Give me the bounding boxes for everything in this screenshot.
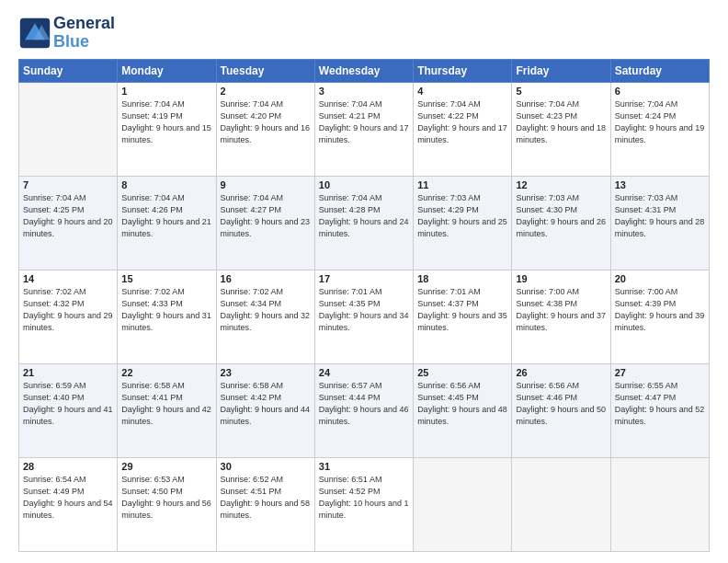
day-info: Sunrise: 7:03 AMSunset: 4:31 PMDaylight:…: [615, 192, 705, 240]
day-info: Sunrise: 6:53 AMSunset: 4:50 PMDaylight:…: [121, 474, 211, 522]
day-header-monday: Monday: [118, 59, 216, 82]
day-number: 8: [121, 179, 211, 190]
day-number: 24: [319, 367, 409, 378]
day-header-thursday: Thursday: [414, 59, 512, 82]
calendar-week-row: 28Sunrise: 6:54 AMSunset: 4:49 PMDayligh…: [19, 457, 710, 551]
day-header-saturday: Saturday: [610, 59, 709, 82]
calendar-cell: 13Sunrise: 7:03 AMSunset: 4:31 PMDayligh…: [610, 176, 709, 270]
day-number: 17: [319, 273, 409, 284]
calendar-cell: 25Sunrise: 6:56 AMSunset: 4:45 PMDayligh…: [414, 363, 512, 457]
calendar-cell: 30Sunrise: 6:52 AMSunset: 4:51 PMDayligh…: [216, 457, 314, 551]
calendar-cell: 19Sunrise: 7:00 AMSunset: 4:38 PMDayligh…: [512, 270, 610, 363]
day-info: Sunrise: 7:03 AMSunset: 4:29 PMDaylight:…: [417, 192, 507, 240]
logo-text: General Blue: [53, 15, 115, 52]
day-info: Sunrise: 7:04 AMSunset: 4:23 PMDaylight:…: [516, 98, 606, 146]
calendar-week-row: 7Sunrise: 7:04 AMSunset: 4:25 PMDaylight…: [19, 176, 710, 270]
day-number: 22: [121, 367, 211, 378]
calendar-cell: 22Sunrise: 6:58 AMSunset: 4:41 PMDayligh…: [118, 363, 216, 457]
calendar-cell: 18Sunrise: 7:01 AMSunset: 4:37 PMDayligh…: [414, 270, 512, 363]
day-info: Sunrise: 7:01 AMSunset: 4:37 PMDaylight:…: [417, 286, 507, 334]
day-header-sunday: Sunday: [19, 59, 118, 82]
day-number: 25: [417, 367, 507, 378]
day-info: Sunrise: 7:02 AMSunset: 4:33 PMDaylight:…: [121, 286, 211, 334]
day-number: 11: [417, 179, 507, 190]
calendar-cell: 3Sunrise: 7:04 AMSunset: 4:21 PMDaylight…: [314, 82, 413, 176]
day-number: 16: [221, 273, 311, 284]
calendar-cell: 14Sunrise: 7:02 AMSunset: 4:32 PMDayligh…: [19, 270, 118, 363]
day-number: 13: [615, 179, 705, 190]
calendar-cell: 24Sunrise: 6:57 AMSunset: 4:44 PMDayligh…: [314, 363, 413, 457]
calendar-cell: 23Sunrise: 6:58 AMSunset: 4:42 PMDayligh…: [216, 363, 314, 457]
calendar-body: 1Sunrise: 7:04 AMSunset: 4:19 PMDaylight…: [19, 82, 710, 551]
calendar-cell: 15Sunrise: 7:02 AMSunset: 4:33 PMDayligh…: [118, 270, 216, 363]
calendar-week-row: 1Sunrise: 7:04 AMSunset: 4:19 PMDaylight…: [19, 82, 710, 176]
day-info: Sunrise: 7:04 AMSunset: 4:24 PMDaylight:…: [615, 98, 705, 146]
logo: General Blue: [18, 15, 115, 52]
calendar-cell: 26Sunrise: 6:56 AMSunset: 4:46 PMDayligh…: [512, 363, 610, 457]
calendar-cell: 11Sunrise: 7:03 AMSunset: 4:29 PMDayligh…: [414, 176, 512, 270]
day-number: 28: [23, 461, 113, 472]
calendar-week-row: 14Sunrise: 7:02 AMSunset: 4:32 PMDayligh…: [19, 270, 710, 363]
day-number: 10: [319, 179, 409, 190]
day-info: Sunrise: 7:02 AMSunset: 4:34 PMDaylight:…: [221, 286, 311, 334]
day-header-tuesday: Tuesday: [216, 59, 314, 82]
calendar-cell: 8Sunrise: 7:04 AMSunset: 4:26 PMDaylight…: [118, 176, 216, 270]
day-info: Sunrise: 6:55 AMSunset: 4:47 PMDaylight:…: [615, 380, 705, 428]
day-info: Sunrise: 6:56 AMSunset: 4:45 PMDaylight:…: [417, 380, 507, 428]
day-number: 9: [221, 179, 311, 190]
day-header-friday: Friday: [512, 59, 610, 82]
page: General Blue SundayMondayTuesdayWednesda…: [0, 0, 728, 563]
calendar-week-row: 21Sunrise: 6:59 AMSunset: 4:40 PMDayligh…: [19, 363, 710, 457]
day-number: 31: [319, 461, 409, 472]
day-number: 5: [516, 86, 606, 97]
calendar-cell: 10Sunrise: 7:04 AMSunset: 4:28 PMDayligh…: [314, 176, 413, 270]
calendar-cell: [610, 457, 709, 551]
day-info: Sunrise: 7:03 AMSunset: 4:30 PMDaylight:…: [516, 192, 606, 240]
day-info: Sunrise: 6:57 AMSunset: 4:44 PMDaylight:…: [319, 380, 409, 428]
calendar-cell: 9Sunrise: 7:04 AMSunset: 4:27 PMDaylight…: [216, 176, 314, 270]
day-number: 29: [121, 461, 211, 472]
day-info: Sunrise: 6:54 AMSunset: 4:49 PMDaylight:…: [23, 474, 113, 522]
calendar-cell: 17Sunrise: 7:01 AMSunset: 4:35 PMDayligh…: [314, 270, 413, 363]
header: General Blue: [18, 15, 710, 52]
day-info: Sunrise: 7:04 AMSunset: 4:25 PMDaylight:…: [23, 192, 113, 240]
day-info: Sunrise: 7:04 AMSunset: 4:28 PMDaylight:…: [319, 192, 409, 240]
day-number: 19: [516, 273, 606, 284]
day-number: 18: [417, 273, 507, 284]
day-number: 21: [23, 367, 113, 378]
day-number: 20: [615, 273, 705, 284]
day-info: Sunrise: 6:58 AMSunset: 4:41 PMDaylight:…: [121, 380, 211, 428]
day-info: Sunrise: 7:01 AMSunset: 4:35 PMDaylight:…: [319, 286, 409, 334]
day-info: Sunrise: 6:56 AMSunset: 4:46 PMDaylight:…: [516, 380, 606, 428]
calendar-cell: 1Sunrise: 7:04 AMSunset: 4:19 PMDaylight…: [118, 82, 216, 176]
calendar-header-row: SundayMondayTuesdayWednesdayThursdayFrid…: [19, 59, 710, 82]
calendar-cell: 31Sunrise: 6:51 AMSunset: 4:52 PMDayligh…: [314, 457, 413, 551]
day-info: Sunrise: 7:00 AMSunset: 4:39 PMDaylight:…: [615, 286, 705, 334]
day-number: 1: [121, 86, 211, 97]
calendar-cell: 12Sunrise: 7:03 AMSunset: 4:30 PMDayligh…: [512, 176, 610, 270]
day-info: Sunrise: 7:04 AMSunset: 4:21 PMDaylight:…: [319, 98, 409, 146]
calendar-cell: 16Sunrise: 7:02 AMSunset: 4:34 PMDayligh…: [216, 270, 314, 363]
day-number: 27: [615, 367, 705, 378]
calendar-cell: 20Sunrise: 7:00 AMSunset: 4:39 PMDayligh…: [610, 270, 709, 363]
day-info: Sunrise: 7:00 AMSunset: 4:38 PMDaylight:…: [516, 286, 606, 334]
calendar-table: SundayMondayTuesdayWednesdayThursdayFrid…: [18, 59, 710, 552]
day-header-wednesday: Wednesday: [314, 59, 413, 82]
day-info: Sunrise: 7:04 AMSunset: 4:22 PMDaylight:…: [417, 98, 507, 146]
day-info: Sunrise: 7:04 AMSunset: 4:19 PMDaylight:…: [121, 98, 211, 146]
calendar-cell: 29Sunrise: 6:53 AMSunset: 4:50 PMDayligh…: [118, 457, 216, 551]
calendar-cell: 4Sunrise: 7:04 AMSunset: 4:22 PMDaylight…: [414, 82, 512, 176]
day-number: 6: [615, 86, 705, 97]
day-info: Sunrise: 7:02 AMSunset: 4:32 PMDaylight:…: [23, 286, 113, 334]
calendar-cell: 5Sunrise: 7:04 AMSunset: 4:23 PMDaylight…: [512, 82, 610, 176]
day-number: 26: [516, 367, 606, 378]
day-info: Sunrise: 7:04 AMSunset: 4:26 PMDaylight:…: [121, 192, 211, 240]
calendar-cell: 2Sunrise: 7:04 AMSunset: 4:20 PMDaylight…: [216, 82, 314, 176]
day-number: 3: [319, 86, 409, 97]
day-number: 23: [221, 367, 311, 378]
day-number: 4: [417, 86, 507, 97]
day-number: 2: [221, 86, 311, 97]
day-number: 14: [23, 273, 113, 284]
day-info: Sunrise: 7:04 AMSunset: 4:27 PMDaylight:…: [221, 192, 311, 240]
day-number: 30: [221, 461, 311, 472]
